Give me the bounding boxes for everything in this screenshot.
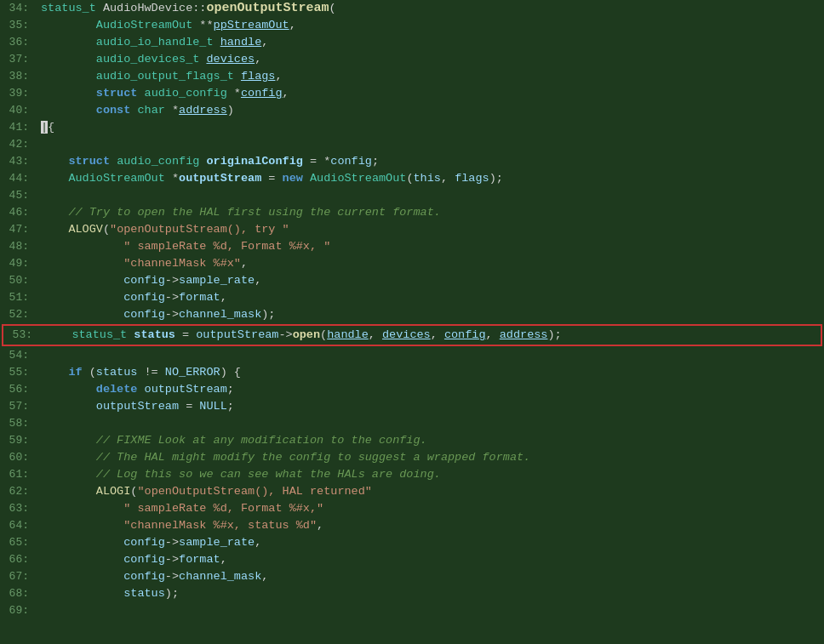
line-num-41: 41: (0, 119, 37, 136)
code-line-41: 41: |{ (0, 119, 824, 136)
line-content-53: status_t status = outputStream->open(han… (41, 326, 821, 345)
line-content-57: outputStream = NULL; (37, 398, 824, 415)
line-content-47: ALOGV("openOutputStream(), try " (37, 221, 824, 238)
line-content-35: AudioStreamOut **ppStreamOut, (37, 17, 824, 34)
line-num-42: 42: (0, 136, 37, 153)
line-content-52: config->channel_mask); (37, 306, 824, 323)
code-line-56: 56: delete outputStream; (0, 381, 824, 398)
line-num-43: 43: (0, 153, 37, 170)
line-content-60: // The HAL might modify the config to su… (37, 449, 824, 466)
line-num-65: 65: (0, 534, 37, 551)
code-line-57: 57: outputStream = NULL; (0, 398, 824, 415)
line-num-57: 57: (0, 398, 37, 415)
line-num-51: 51: (0, 289, 37, 306)
code-line-51: 51: config->format, (0, 289, 824, 306)
line-content-68: status); (37, 585, 824, 602)
line-num-69: 69: (0, 602, 37, 619)
code-line-64: 64: "channelMask %#x, status %d", (0, 517, 824, 534)
code-line-45: 45: (0, 187, 824, 204)
line-num-46: 46: (0, 204, 37, 221)
line-content-65: config->sample_rate, (37, 534, 824, 551)
code-line-37: 37: audio_devices_t devices, (0, 51, 824, 68)
line-content-64: "channelMask %#x, status %d", (37, 517, 824, 534)
line-num-63: 63: (0, 500, 37, 517)
line-num-64: 64: (0, 517, 37, 534)
line-num-36: 36: (0, 34, 37, 51)
line-num-37: 37: (0, 51, 37, 68)
line-content-41: |{ (37, 119, 824, 136)
highlight-line-53: 53: status_t status = outputStream->open… (2, 324, 822, 346)
code-line-44: 44: AudioStreamOut *outputStream = new A… (0, 170, 824, 187)
code-line-42: 42: (0, 136, 824, 153)
line-content-56: delete outputStream; (37, 381, 824, 398)
line-num-45: 45: (0, 187, 37, 204)
code-line-40: 40: const char *address) (0, 102, 824, 119)
line-num-35: 35: (0, 17, 37, 34)
code-line-48: 48: " sampleRate %d, Format %#x, " (0, 238, 824, 255)
code-editor: 34: status_t AudioHwDevice::openOutputSt… (0, 0, 824, 644)
code-line-38: 38: audio_output_flags_t flags, (0, 68, 824, 85)
line-content-67: config->channel_mask, (37, 568, 824, 585)
code-line-58: 58: (0, 415, 824, 432)
code-line-55: 55: if (status != NO_ERROR) { (0, 364, 824, 381)
line-content-40: const char *address) (37, 102, 824, 119)
line-num-49: 49: (0, 255, 37, 272)
code-line-68: 68: status); (0, 585, 824, 602)
line-content-39: struct audio_config *config, (37, 85, 824, 102)
code-line-52: 52: config->channel_mask); (0, 306, 824, 323)
line-num-53: 53: (3, 326, 41, 345)
code-line-54: 54: (0, 347, 824, 364)
line-content-63: " sampleRate %d, Format %#x," (37, 500, 824, 517)
code-line-50: 50: config->sample_rate, (0, 272, 824, 289)
line-content-36: audio_io_handle_t handle, (37, 34, 824, 51)
code-line-61: 61: // Log this so we can see what the H… (0, 466, 824, 483)
line-num-52: 52: (0, 306, 37, 323)
line-content-50: config->sample_rate, (37, 272, 824, 289)
code-line-60: 60: // The HAL might modify the config t… (0, 449, 824, 466)
line-num-54: 54: (0, 347, 37, 364)
line-num-68: 68: (0, 585, 37, 602)
line-num-44: 44: (0, 170, 37, 187)
code-line-46: 46: // Try to open the HAL first using t… (0, 204, 824, 221)
code-line-49: 49: "channelMask %#x", (0, 255, 824, 272)
code-line-66: 66: config->format, (0, 551, 824, 568)
line-num-55: 55: (0, 364, 37, 381)
line-num-56: 56: (0, 381, 37, 398)
line-content-43: struct audio_config originalConfig = *co… (37, 153, 824, 170)
line-num-59: 59: (0, 432, 37, 449)
code-line-36: 36: audio_io_handle_t handle, (0, 34, 824, 51)
line-content-46: // Try to open the HAL first using the c… (37, 204, 824, 221)
line-num-48: 48: (0, 238, 37, 255)
line-num-34: 34: (0, 0, 37, 17)
code-line-67: 67: config->channel_mask, (0, 568, 824, 585)
line-content-49: "channelMask %#x", (37, 255, 824, 272)
code-line-43: 43: struct audio_config originalConfig =… (0, 153, 824, 170)
line-num-60: 60: (0, 449, 37, 466)
line-content-48: " sampleRate %d, Format %#x, " (37, 238, 824, 255)
code-line-47: 47: ALOGV("openOutputStream(), try " (0, 221, 824, 238)
code-line-69: 69: (0, 602, 824, 619)
code-line-59: 59: // FIXME Look at any modification to… (0, 432, 824, 449)
line-num-58: 58: (0, 415, 37, 432)
code-line-39: 39: struct audio_config *config, (0, 85, 824, 102)
line-num-47: 47: (0, 221, 37, 238)
line-num-62: 62: (0, 483, 37, 500)
line-content-55: if (status != NO_ERROR) { (37, 364, 824, 381)
line-content-34: status_t AudioHwDevice::openOutputStream… (37, 0, 824, 17)
line-num-39: 39: (0, 85, 37, 102)
line-num-50: 50: (0, 272, 37, 289)
code-line-35: 35: AudioStreamOut **ppStreamOut, (0, 17, 824, 34)
code-line-62: 62: ALOGI("openOutputStream(), HAL retur… (0, 483, 824, 500)
line-num-67: 67: (0, 568, 37, 585)
line-num-66: 66: (0, 551, 37, 568)
code-line-34: 34: status_t AudioHwDevice::openOutputSt… (0, 0, 824, 17)
line-content-38: audio_output_flags_t flags, (37, 68, 824, 85)
line-num-61: 61: (0, 466, 37, 483)
line-content-37: audio_devices_t devices, (37, 51, 824, 68)
line-content-66: config->format, (37, 551, 824, 568)
line-num-38: 38: (0, 68, 37, 85)
code-line-65: 65: config->sample_rate, (0, 534, 824, 551)
code-line-63: 63: " sampleRate %d, Format %#x," (0, 500, 824, 517)
line-content-61: // Log this so we can see what the HALs … (37, 466, 824, 483)
line-content-62: ALOGI("openOutputStream(), HAL returned" (37, 483, 824, 500)
